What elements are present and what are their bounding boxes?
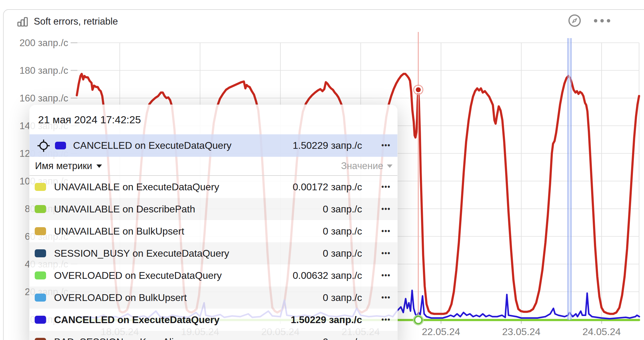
row-menu-icon[interactable]: ••• (380, 316, 392, 323)
tooltip-row[interactable]: CANCELLED on ExecuteDataQuery1.50229 зап… (29, 309, 397, 331)
metric-value: 0.00172 запр./с (293, 181, 362, 193)
metric-name: UNAVAILABLE on DescribePath (54, 204, 323, 215)
sort-by-value[interactable]: Значение (164, 160, 392, 172)
metric-value: 0 запр./с (323, 248, 362, 259)
row-menu-icon[interactable]: ••• (380, 206, 392, 213)
svg-text:180 запр./с: 180 запр./с (19, 65, 68, 76)
metric-name: OVERLOADED on BulkUpsert (54, 292, 323, 303)
metric-name: BAD_SESSION on KeepAlive (54, 336, 323, 340)
tooltip-pinned-row[interactable]: CANCELLED on ExecuteDataQuery 1.50229 за… (29, 134, 397, 157)
row-menu-icon[interactable]: ••• (380, 294, 392, 301)
series-swatch (35, 205, 46, 213)
tooltip-row[interactable]: UNAVAILABLE on BulkUpsert0 запр./с••• (29, 220, 397, 242)
ellipsis-menu-icon[interactable] (594, 19, 610, 22)
card-header: Soft errors, retriable (3, 9, 644, 34)
row-menu-icon[interactable]: ••• (380, 338, 392, 340)
tooltip-row[interactable]: OVERLOADED on BulkUpsert0 запр./с••• (29, 287, 397, 309)
tooltip-row[interactable]: BAD_SESSION on KeepAlive0 запр./с••• (29, 331, 397, 340)
dashboard-widget: 200 запр./с180 запр./с160 запр./с140 зап… (0, 0, 644, 340)
header-actions (568, 14, 610, 28)
metric-value: 0 запр./с (323, 336, 362, 340)
svg-text:24.05.24: 24.05.24 (583, 326, 621, 337)
metric-value: 0 запр./с (323, 204, 362, 215)
tooltip-row[interactable]: UNAVAILABLE on DescribePath0 запр./с••• (29, 198, 397, 220)
svg-text:22.05.24: 22.05.24 (422, 326, 460, 337)
metric-name: SESSION_BUSY on ExecuteDataQuery (54, 248, 323, 259)
series-swatch (35, 249, 46, 257)
sort-desc-icon (387, 164, 392, 168)
bar-chart-icon (17, 16, 29, 28)
row-menu-icon[interactable]: ••• (380, 142, 392, 149)
series-swatch (35, 227, 46, 235)
svg-text:200 запр./с: 200 запр./с (19, 38, 68, 48)
metric-name: OVERLOADED on ExecuteDataQuery (54, 270, 293, 281)
chart-title: Soft errors, retriable (34, 16, 118, 27)
sort-by-name[interactable]: Имя метрики (35, 160, 102, 172)
metric-name: CANCELLED on ExecuteDataQuery (73, 140, 293, 151)
metric-name: UNAVAILABLE on BulkUpsert (54, 226, 323, 237)
series-swatch (35, 294, 46, 302)
metric-name: CANCELLED on ExecuteDataQuery (54, 314, 291, 326)
column-value-label: Значение (341, 160, 383, 172)
tooltip-row[interactable]: OVERLOADED on ExecuteDataQuery0.00632 за… (29, 264, 397, 287)
metric-name: UNAVAILABLE on ExecuteDataQuery (54, 181, 293, 193)
crosshair-icon (37, 139, 50, 152)
metric-value: 0 запр./с (323, 292, 362, 303)
row-menu-icon[interactable]: ••• (380, 184, 392, 191)
tooltip-rows: UNAVAILABLE on ExecuteDataQuery0.00172 з… (29, 176, 397, 340)
svg-text:160 запр./с: 160 запр./с (19, 93, 68, 104)
chart-tooltip: 21 мая 2024 17:42:25 CANCELLED on Execut… (29, 105, 398, 340)
tooltip-row[interactable]: UNAVAILABLE on ExecuteDataQuery0.00172 з… (29, 176, 397, 198)
series-swatch (35, 183, 46, 191)
series-swatch (55, 142, 66, 149)
row-menu-icon[interactable]: ••• (380, 272, 392, 279)
metric-value: 1.50229 запр./с (293, 140, 362, 151)
metric-value: 0.00632 запр./с (293, 270, 362, 281)
series-swatch (35, 338, 46, 340)
metric-value: 1.50229 запр./с (291, 314, 362, 326)
compass-icon[interactable] (568, 14, 582, 28)
column-name-label: Имя метрики (35, 160, 92, 172)
series-swatch (35, 271, 46, 279)
svg-text:23.05.24: 23.05.24 (502, 326, 541, 337)
tooltip-column-header: Имя метрики Значение (29, 157, 397, 176)
metric-value: 0 запр./с (323, 226, 362, 237)
tooltip-timestamp: 21 мая 2024 17:42:25 (29, 105, 397, 134)
sort-desc-icon (96, 164, 102, 168)
row-menu-icon[interactable]: ••• (380, 250, 392, 257)
tooltip-row[interactable]: SESSION_BUSY on ExecuteDataQuery0 запр./… (29, 242, 397, 264)
row-menu-icon[interactable]: ••• (380, 228, 392, 235)
series-swatch (35, 316, 46, 324)
